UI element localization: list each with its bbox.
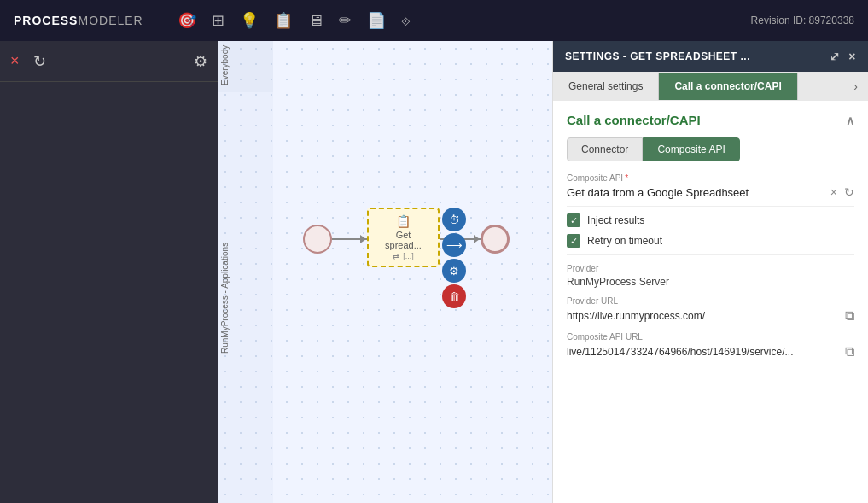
inject-results-label: Inject results — [587, 214, 644, 226]
provider-label: Provider — [567, 264, 854, 273]
tool-lightbulb-icon[interactable]: 💡 — [240, 11, 259, 30]
divider-2 — [567, 254, 854, 255]
process-node[interactable]: 📋 Get spread... ⇄ [...] — [367, 208, 440, 267]
copy-composite-api-url-icon[interactable]: ⧉ — [845, 344, 854, 360]
composite-api-field-label: Composite API* — [567, 173, 854, 183]
tab-more-arrow[interactable]: › — [843, 72, 868, 101]
clear-composite-api-icon[interactable]: × — [830, 185, 837, 199]
top-bar: PROCESSMODELER 🎯 ⊞ 💡 📋 🖥 ✏ 📄 ⟐ Revision … — [0, 0, 868, 41]
revision-id: Revision ID: 89720338 — [751, 15, 854, 26]
canvas-area: Everybody RunMyProcess - Applications 📋 … — [218, 41, 552, 503]
brand-bold: PROCESS — [14, 14, 78, 27]
section-title: Call a connector/CAPI ∧ — [567, 113, 854, 127]
node-icon: 📋 — [396, 214, 411, 228]
copy-provider-url-icon[interactable]: ⧉ — [845, 308, 854, 324]
tool-pen-icon[interactable]: ✏ — [339, 11, 352, 30]
tool-screen-icon[interactable]: 🖥 — [308, 12, 323, 30]
inject-results-row: ✓ Inject results — [567, 213, 854, 227]
tab-general-settings[interactable]: General settings — [553, 73, 659, 100]
close-panel-icon[interactable]: × — [848, 50, 856, 63]
tool-target-icon[interactable]: 🎯 — [178, 11, 196, 30]
lane-label-runmyprocess: RunMyProcess - Applications — [218, 92, 273, 503]
refresh-composite-api-icon[interactable]: ↻ — [844, 185, 854, 199]
retry-timeout-label: Retry on timeout — [587, 235, 662, 247]
action-gear-btn[interactable]: ⚙ — [442, 259, 466, 283]
node-line1: Get — [396, 230, 411, 240]
main-layout: × ↻ ⚙ Everybody RunMyProcess - Applicati… — [0, 41, 868, 503]
sub-tab-composite-api[interactable]: Composite API — [643, 137, 739, 161]
refresh-icon[interactable]: ↻ — [33, 52, 46, 71]
action-connect-btn[interactable]: ⟶ — [442, 233, 466, 257]
composite-api-url-row: live/112501473324764966/host/146919/serv… — [567, 344, 854, 360]
provider-url-row: https://live.runmyprocess.com/ ⧉ — [567, 308, 854, 324]
provider-value-row: RunMyProcess Server — [567, 276, 854, 288]
start-event[interactable] — [303, 225, 332, 254]
tool-doc-icon[interactable]: 📄 — [367, 11, 386, 30]
node-line2: spread... — [385, 240, 422, 250]
required-marker: * — [625, 173, 628, 183]
provider-value: RunMyProcess Server — [567, 276, 669, 288]
toolbar-tools: 🎯 ⊞ 💡 📋 🖥 ✏ 📄 ⟐ — [178, 11, 411, 30]
provider-url-value: https://live.runmyprocess.com/ — [567, 310, 840, 322]
collapse-icon[interactable]: ∧ — [846, 114, 854, 127]
right-panel-title: SETTINGS - GET SPREADSHEET ... — [565, 50, 830, 62]
left-panel: × ↻ ⚙ — [0, 41, 218, 503]
action-clock-btn[interactable]: ⏱ — [442, 208, 466, 231]
right-panel-tabs: General settings Call a connector/CAPI › — [553, 72, 868, 101]
node-bracket-icon: [...] — [403, 252, 414, 260]
inject-results-checkbox[interactable]: ✓ — [567, 213, 580, 227]
lane-label-everybody: Everybody — [218, 41, 273, 92]
expand-icon[interactable]: ⤢ — [830, 50, 841, 63]
action-toolbar: ⏱ ⟶ ⚙ 🗑 — [442, 208, 466, 308]
left-panel-top-bar: × ↻ ⚙ — [0, 41, 218, 82]
brand: PROCESSMODELER — [14, 14, 143, 27]
lane-labels: Everybody RunMyProcess - Applications — [218, 41, 273, 503]
tool-grid-icon[interactable]: ⊞ — [212, 11, 224, 30]
right-panel: SETTINGS - GET SPREADSHEET ... ⤢ × Gener… — [552, 41, 868, 503]
composite-api-value-row: Get data from a Google Spreadhseet × ↻ — [567, 185, 854, 199]
sub-tabs: Connector Composite API — [567, 137, 854, 161]
node-bottom: ⇄ [...] — [393, 252, 414, 260]
node-arrow-icon: ⇄ — [393, 252, 399, 260]
retry-timeout-row: ✓ Retry on timeout — [567, 234, 854, 248]
composite-api-value: Get data from a Google Spreadhseet — [567, 186, 824, 199]
divider-1 — [567, 206, 854, 207]
tool-connector-icon[interactable]: ⟐ — [401, 12, 411, 30]
tool-report-icon[interactable]: 📋 — [274, 11, 293, 30]
provider-url-label: Provider URL — [567, 296, 854, 306]
close-icon[interactable]: × — [10, 52, 20, 70]
sub-tab-connector[interactable]: Connector — [567, 137, 643, 161]
end-event[interactable] — [481, 225, 510, 254]
retry-timeout-checkbox[interactable]: ✓ — [567, 234, 580, 248]
connector-arrow-1 — [332, 238, 367, 240]
right-panel-body: Call a connector/CAPI ∧ Connector Compos… — [553, 101, 868, 503]
action-trash-btn[interactable]: 🗑 — [442, 284, 466, 308]
composite-api-url-value: live/112501473324764966/host/146919/serv… — [567, 346, 840, 358]
settings-icon[interactable]: ⚙ — [194, 52, 207, 71]
tab-call-connector[interactable]: Call a connector/CAPI — [659, 73, 797, 100]
section-title-text: Call a connector/CAPI — [567, 113, 701, 127]
brand-light: MODELER — [78, 14, 143, 27]
right-panel-header: SETTINGS - GET SPREADSHEET ... ⤢ × — [553, 41, 868, 72]
right-panel-header-actions: ⤢ × — [830, 50, 856, 63]
composite-api-url-label: Composite API URL — [567, 332, 854, 342]
